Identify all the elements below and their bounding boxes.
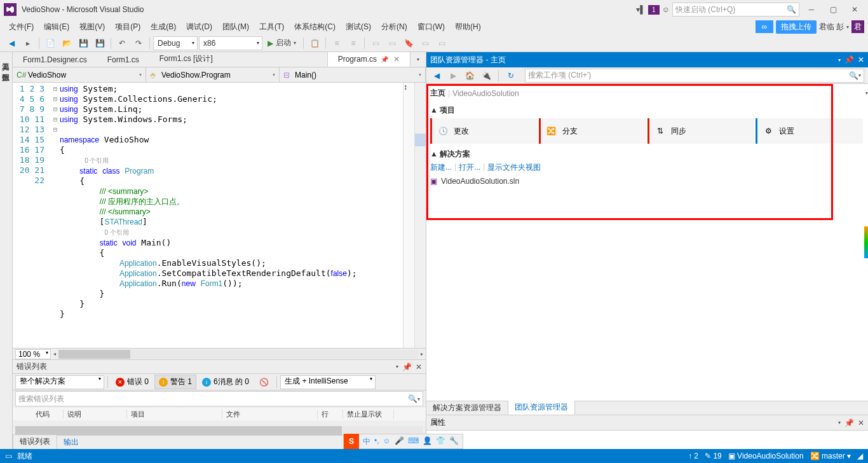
nav-namespace[interactable]: C#VedioShow [13, 67, 146, 82]
start-debug-button[interactable]: ▶启动▾ [264, 38, 300, 48]
undo-button[interactable]: ↶ [114, 36, 130, 51]
code-editor[interactable]: 1 2 3 4 5 6 7 8 9 10 11 12 13 14 15 16 1… [13, 83, 426, 348]
ime-emoji-icon[interactable]: ☺ [383, 436, 391, 447]
tab-program-cs[interactable]: Program.cs📌✕ [327, 52, 410, 67]
close-tab-icon[interactable]: ✕ [393, 55, 400, 64]
config-select[interactable]: Debug [153, 36, 198, 50]
user-dropdown-icon[interactable]: ▾ [846, 24, 849, 30]
solution-file[interactable]: ▣ VideoAudioSolution.sln [430, 177, 864, 186]
link-open[interactable]: 打开... [459, 162, 480, 173]
nav-class[interactable]: ⬘VedioShow.Program [146, 67, 280, 82]
ime-account-icon[interactable]: 👤 [423, 436, 432, 447]
platform-select[interactable]: x86 [199, 36, 262, 50]
back-button[interactable]: ◀ [4, 36, 19, 51]
tab-error-list[interactable]: 错误列表 [13, 434, 57, 449]
tab-form1-cs[interactable]: Form1.cs [97, 53, 149, 67]
code-content[interactable]: using System; using System.Collections.G… [60, 83, 403, 348]
panel-dropdown-icon[interactable]: ▾ [838, 420, 841, 425]
tab-solution-explorer[interactable]: 解决方案资源管理器 [426, 401, 508, 415]
close-panel-icon[interactable]: ✕ [858, 418, 864, 427]
tab-output[interactable]: 输出 [57, 436, 85, 449]
pin-icon[interactable]: 📌 [844, 418, 854, 427]
link-new[interactable]: 新建... [430, 162, 452, 173]
tb-btn-2[interactable]: ≡ [329, 36, 344, 51]
menu-edit[interactable]: 编辑(E) [39, 20, 74, 34]
tb-btn-6[interactable]: ▭ [417, 36, 433, 51]
tab-form1-designer[interactable]: Form1.Designer.cs [13, 53, 97, 67]
save-button[interactable]: 💾 [76, 36, 91, 51]
menu-build[interactable]: 生成(B) [146, 20, 181, 34]
tb-btn-4[interactable]: ▭ [368, 36, 383, 51]
col-suppress[interactable]: 禁止显示状 [343, 410, 394, 419]
scroll-marker[interactable] [414, 83, 426, 348]
errors-filter[interactable]: ✕错误 0 [111, 375, 153, 389]
flag-icon[interactable]: ▾▌ [636, 5, 646, 14]
zoom-select[interactable]: 100 % [15, 349, 51, 359]
notification-badge[interactable]: 1 [648, 5, 660, 15]
messages-filter[interactable]: i6消息 的 0 [198, 375, 254, 389]
close-panel-icon[interactable]: ✕ [858, 55, 864, 64]
col-file[interactable]: 文件 [222, 410, 318, 419]
scroll-left-icon[interactable]: ◂ [53, 351, 56, 357]
error-search-input[interactable]: 搜索错误列表 🔍▾ [15, 391, 423, 406]
menu-analyze[interactable]: 分析(N) [376, 20, 412, 34]
ime-lang[interactable]: 中 [363, 436, 370, 447]
pin-icon[interactable]: 📌 [381, 56, 388, 63]
tb-btn-1[interactable]: 📋 [307, 36, 322, 51]
col-desc[interactable]: 说明 [64, 410, 127, 419]
warnings-filter[interactable]: !警告 1 [154, 375, 196, 389]
tile-branches[interactable]: 🔀分支 [539, 118, 646, 144]
nav-method[interactable]: ⊟Main() [280, 67, 426, 82]
user-avatar[interactable]: 君 [851, 20, 864, 33]
build-select[interactable]: 生成 + IntelliSense [280, 375, 376, 389]
bookmark-icon[interactable]: 🔖 [401, 36, 416, 51]
clear-filter-icon[interactable]: 🚫 [255, 376, 273, 389]
close-button[interactable]: ✕ [845, 2, 864, 17]
col-line[interactable]: 行 [318, 410, 343, 419]
ime-tool-icon[interactable]: 🔧 [449, 436, 459, 447]
new-project-button[interactable]: 📄 [43, 36, 58, 51]
tab-toolbox[interactable]: 工具箱 [0, 52, 12, 62]
home-icon[interactable]: 🏠 [463, 69, 476, 82]
tb-btn-5[interactable]: ▭ [384, 36, 400, 51]
cloud-icon[interactable]: ∞ [756, 20, 773, 33]
team-search-input[interactable]: 搜索工作项 (Ctrl+') 🔍▾ [525, 69, 864, 83]
user-name[interactable]: 君临 彭 [819, 22, 844, 32]
feedback-icon[interactable]: ☺ [662, 5, 670, 14]
split-button[interactable]: ↕ [403, 83, 414, 348]
breadcrumb-home[interactable]: 主页 [430, 88, 445, 99]
menu-debug[interactable]: 调试(D) [181, 20, 217, 34]
menu-help[interactable]: 帮助(H) [450, 20, 486, 34]
menu-team[interactable]: 团队(M) [217, 20, 254, 34]
scroll-right-icon[interactable]: ▸ [421, 351, 423, 357]
status-solution[interactable]: ▣ VideoAudioSolution [728, 452, 804, 460]
upload-button[interactable]: 拖拽上传 [776, 20, 817, 34]
pin-icon[interactable]: 📌 [844, 55, 854, 64]
menu-view[interactable]: 视图(V) [74, 20, 110, 34]
dropdown-icon[interactable]: ▾ [865, 90, 868, 96]
tile-settings[interactable]: ⚙设置 [756, 118, 863, 144]
menu-window[interactable]: 窗口(W) [412, 20, 450, 34]
tb-btn-3[interactable]: ≡ [346, 36, 361, 51]
status-branch[interactable]: 🔀 master ▾ [810, 452, 851, 460]
col-project[interactable]: 项目 [127, 410, 222, 419]
close-panel-icon[interactable]: ✕ [416, 363, 422, 371]
tab-team-explorer[interactable]: 团队资源管理器 [508, 400, 575, 415]
col-code[interactable]: 代码 [32, 410, 64, 419]
forward-button[interactable]: ▶ [447, 69, 459, 82]
minimize-button[interactable]: ─ [802, 2, 821, 17]
maximize-button[interactable]: ▢ [824, 2, 843, 17]
menu-arch[interactable]: 体系结构(C) [289, 20, 341, 34]
menu-file[interactable]: 文件(F) [4, 20, 39, 34]
tabs-dropdown-icon[interactable]: ▾ [410, 52, 426, 67]
menu-test[interactable]: 测试(S) [341, 20, 376, 34]
menu-tools[interactable]: 工具(T) [254, 20, 289, 34]
plug-icon[interactable]: 🔌 [480, 69, 492, 82]
editor-hscroll[interactable] [58, 350, 418, 359]
refresh-icon[interactable]: ↻ [505, 69, 517, 82]
ime-bar[interactable]: S 中 •, ☺ 🎤 ⌨ 👤 👕 🔧 [343, 434, 463, 449]
ime-keyboard-icon[interactable]: ⌨ [408, 436, 419, 447]
link-show[interactable]: 显示文件夹视图 [487, 162, 541, 173]
open-button[interactable]: 📂 [59, 36, 74, 51]
panel-dropdown-icon[interactable]: ▾ [396, 364, 398, 370]
